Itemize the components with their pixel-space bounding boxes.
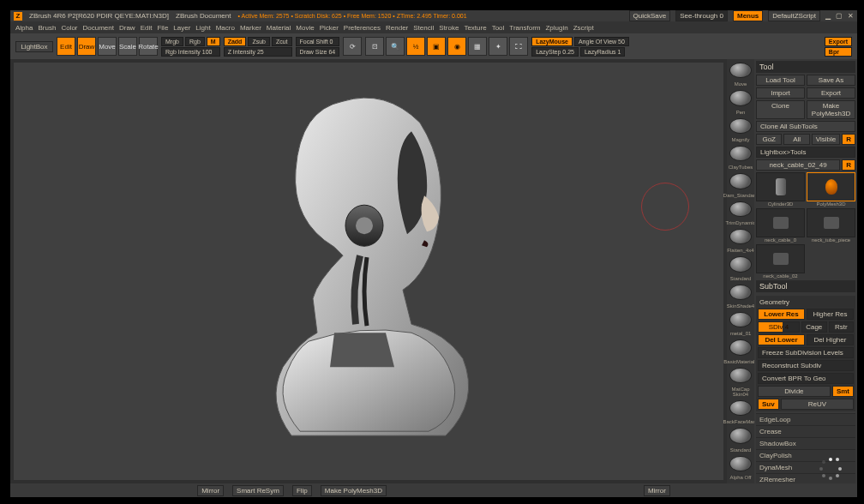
draw-mode-button[interactable]: Draw bbox=[77, 37, 96, 56]
menu-marker[interactable]: Marker bbox=[240, 24, 261, 32]
goz-visible-button[interactable]: Visible bbox=[812, 134, 840, 145]
close-icon[interactable]: ✕ bbox=[848, 12, 854, 20]
clone-all-subtools-button[interactable]: Clone All SubTools bbox=[756, 121, 855, 132]
activepoints-button[interactable]: ⊡ bbox=[365, 37, 384, 56]
defaultzscript-button[interactable]: DefaultZScript bbox=[768, 10, 820, 21]
frame-button[interactable]: ⛶ bbox=[509, 37, 528, 56]
menu-transform[interactable]: Transform bbox=[509, 24, 540, 32]
subtool-header[interactable]: SubTool bbox=[756, 280, 855, 292]
section-shadowbox[interactable]: ShadowBox bbox=[756, 437, 855, 449]
clone-button[interactable]: Clone bbox=[756, 100, 805, 119]
del-higher-button[interactable]: Del Higher bbox=[807, 334, 854, 345]
menu-brush[interactable]: Brush bbox=[38, 24, 56, 32]
menu-draw[interactable]: Draw bbox=[119, 24, 135, 32]
menu-zscript[interactable]: Zscript bbox=[573, 24, 594, 32]
lightbox-button[interactable]: LightBox bbox=[15, 41, 53, 52]
lightbox-tools-button[interactable]: Lightbox>Tools bbox=[756, 147, 855, 158]
menu-document[interactable]: Document bbox=[83, 24, 114, 32]
menu-preferences[interactable]: Preferences bbox=[344, 24, 381, 32]
xpose-button[interactable]: ✦ bbox=[489, 37, 507, 56]
bpr-button[interactable]: Bpr bbox=[825, 47, 852, 57]
menu-macro[interactable]: Macro bbox=[216, 24, 235, 32]
tray-alpha-off[interactable] bbox=[729, 456, 752, 471]
export-button[interactable]: Export bbox=[825, 37, 852, 46]
document-canvas[interactable] bbox=[14, 63, 723, 480]
persp-button[interactable]: ▣ bbox=[427, 37, 446, 56]
menu-tool[interactable]: Tool bbox=[492, 24, 505, 32]
rotate-mode-button[interactable]: Rotate bbox=[139, 37, 158, 56]
z-intensity-slider[interactable]: Z Intensity 25 bbox=[224, 47, 292, 57]
reconstruct-subdiv-button[interactable]: Reconstruct Subdiv bbox=[758, 360, 854, 371]
menu-light[interactable]: Light bbox=[195, 24, 210, 32]
zsub-button[interactable]: Zsub bbox=[248, 37, 270, 46]
make-polymesh3d-footer-button[interactable]: Make PolyMesh3D bbox=[321, 485, 387, 496]
suv-button[interactable]: Suv bbox=[758, 399, 779, 410]
menu-picker[interactable]: Picker bbox=[320, 24, 339, 32]
tray-move[interactable] bbox=[729, 63, 752, 78]
menu-render[interactable]: Render bbox=[386, 24, 408, 32]
section-crease[interactable]: Crease bbox=[756, 425, 855, 437]
menu-stroke[interactable]: Stroke bbox=[439, 24, 459, 32]
mirror-2-button[interactable]: Mirror bbox=[644, 485, 670, 496]
load-tool-button[interactable]: Load Tool bbox=[756, 75, 805, 86]
lazystep-slider[interactable]: LazyStep 0.25 bbox=[531, 47, 579, 57]
del-lower-button[interactable]: Del Lower bbox=[758, 334, 805, 345]
draw-size-slider[interactable]: Draw Size 64 bbox=[296, 47, 340, 57]
tray-claytubes[interactable] bbox=[729, 146, 752, 161]
menu-material[interactable]: Material bbox=[267, 24, 291, 32]
tray-pen[interactable] bbox=[729, 90, 752, 105]
convert-bpr-button[interactable]: Convert BPR To Geo bbox=[758, 373, 854, 384]
edit-mode-button[interactable]: Edit bbox=[57, 37, 75, 56]
current-tool-name[interactable]: neck_cable_02_49 bbox=[756, 159, 840, 171]
tool-thumb-neck_cable_02[interactable] bbox=[756, 244, 805, 273]
refresh-icon[interactable]: ⟳ bbox=[343, 37, 362, 56]
menu-edit[interactable]: Edit bbox=[141, 24, 153, 32]
zadd-button[interactable]: Zadd bbox=[224, 37, 247, 46]
seethrough-slider[interactable]: See-through 0 bbox=[675, 10, 728, 21]
lazyradius-slider[interactable]: LazyRadius 1 bbox=[580, 47, 625, 57]
tray-flatten-4x4[interactable] bbox=[729, 229, 752, 244]
lower-res-button[interactable]: Lower Res bbox=[758, 309, 805, 320]
zoom-button[interactable]: 🔍 bbox=[386, 37, 405, 56]
menu-color[interactable]: Color bbox=[61, 24, 77, 32]
menu-alpha[interactable]: Alpha bbox=[15, 24, 33, 32]
tray-matcap-skin04[interactable] bbox=[729, 368, 752, 383]
aov-slider[interactable]: Angle Of View 50 bbox=[574, 37, 629, 46]
sdiv-slider[interactable]: SDiv 4 bbox=[758, 321, 800, 333]
rgb-intensity-slider[interactable]: Rgb Intensity 100 bbox=[161, 47, 220, 57]
rstr-button[interactable]: Rstr bbox=[829, 321, 855, 333]
flip-button[interactable]: Flip bbox=[292, 485, 312, 496]
tray-dam-standard[interactable] bbox=[729, 173, 752, 189]
aahalf-button[interactable]: ½ bbox=[406, 37, 425, 56]
local-button[interactable]: ◉ bbox=[447, 37, 466, 56]
menu-layer[interactable]: Layer bbox=[173, 24, 190, 32]
maximize-icon[interactable]: ▢ bbox=[836, 12, 843, 20]
minimize-icon[interactable]: ▁ bbox=[825, 12, 831, 20]
goz-button[interactable]: GoZ bbox=[756, 134, 782, 145]
freeze-subdiv-button[interactable]: Freeze SubDivision Levels bbox=[758, 347, 854, 358]
tray-magnify[interactable] bbox=[729, 118, 752, 134]
tool-thumb-neck_cable_0[interactable] bbox=[756, 208, 805, 237]
smt-button[interactable]: Smt bbox=[832, 386, 854, 397]
zcut-button[interactable]: Zcut bbox=[272, 37, 292, 46]
tray-standard[interactable] bbox=[729, 428, 752, 443]
cage-button[interactable]: Cage bbox=[801, 321, 827, 333]
tray-trimdynamic[interactable] bbox=[729, 201, 752, 217]
save-as-button[interactable]: Save As bbox=[807, 75, 855, 86]
divide-button[interactable]: Divide bbox=[758, 386, 831, 397]
menus-button[interactable]: Menus bbox=[733, 10, 763, 21]
scale-mode-button[interactable]: Scale bbox=[118, 37, 137, 56]
move-mode-button[interactable]: Move bbox=[98, 37, 117, 56]
tool-r-button[interactable]: R bbox=[842, 159, 855, 171]
tray-backfacemask[interactable] bbox=[729, 400, 752, 416]
tool-thumb-cylinder3d[interactable] bbox=[756, 172, 805, 201]
make-polymesh3d-button[interactable]: Make PolyMesh3D bbox=[807, 100, 855, 119]
quicksave-button[interactable]: QuickSave bbox=[629, 10, 671, 21]
m-button[interactable]: M bbox=[207, 37, 220, 46]
export-tool-button[interactable]: Export bbox=[807, 87, 855, 99]
tray-metal-01[interactable] bbox=[729, 312, 752, 327]
tray-standard[interactable] bbox=[729, 256, 752, 272]
tool-thumb-polymesh3d[interactable] bbox=[807, 172, 855, 201]
menu-movie[interactable]: Movie bbox=[296, 24, 314, 32]
lazymouse-button[interactable]: LazyMouse bbox=[531, 37, 573, 46]
